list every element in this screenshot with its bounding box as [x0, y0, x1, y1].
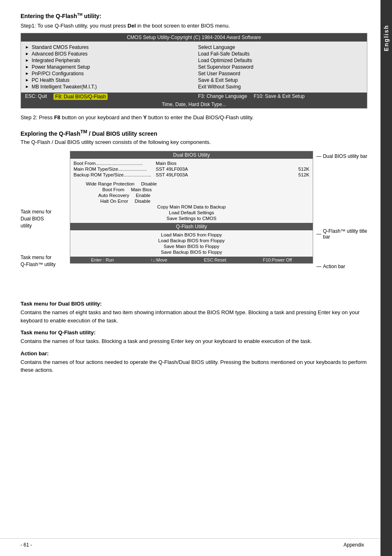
task-dual-title: Task menu for Dual BIOS utility:	[21, 301, 367, 307]
diagram-left-labels: Task menu for Dual BIOS utility Task men…	[21, 151, 70, 292]
section2-title: Exploring the Q-FlashTM / Dual BIOS util…	[21, 129, 367, 137]
action-move: ↑↓:Move	[150, 257, 167, 262]
right-label-action-bar: Action bar	[316, 264, 367, 269]
bios-arrow-icon: ►	[25, 45, 29, 49]
bios-right-item: Set User Password	[198, 70, 363, 77]
bios-arrow-icon: ►	[25, 58, 29, 63]
boot-from-row: Boot From...............................…	[74, 160, 309, 166]
footer-page-number: - 61 -	[21, 542, 32, 548]
side-tab-label: English	[383, 25, 390, 51]
bios-menu-item: ► MB Intelligent Tweaker(M.I.T.)	[25, 83, 190, 90]
action-bar-title: Action bar:	[21, 350, 367, 357]
bios-menu-item: ► PnP/PCI Configurations	[25, 70, 190, 77]
save-settings-row: Save Settings to CMOS	[74, 215, 309, 221]
load-default-settings-row: Load Default Settings	[74, 210, 309, 215]
bios-right-item: Select Language	[198, 44, 363, 51]
bios-arrow-icon: ►	[25, 51, 29, 56]
section1-title: Entering the Q-FlashTM utility:	[21, 12, 367, 19]
bios-right-item: Save & Exit Setup	[198, 77, 363, 83]
bios-bottom-bar: ESC: Quit F8: Dual BIOS/Q-Flash F3: Chan…	[21, 93, 367, 101]
bios-arrow-icon: ►	[25, 84, 29, 89]
bios-setup-box: CMOS Setup Utility-Copyright (C) 1984-20…	[21, 33, 367, 109]
bios-left-col: ► Standard CMOS Features ► Advanced BIOS…	[25, 44, 190, 90]
bios-arrow-icon: ►	[25, 71, 29, 76]
bios-menu-item: ► Power Management Setup	[25, 64, 190, 70]
action-f10: F10:Power Off	[263, 257, 292, 262]
bios-menu-item: ► PC Health Status	[25, 77, 190, 83]
bios-arrow-icon: ►	[25, 78, 29, 82]
step1-text: Step1: To use Q-Flash utility, you must …	[21, 23, 367, 29]
bios-menu-item: ► Integrated Peripherals	[25, 57, 190, 64]
bios-right-item: Exit Without Saving	[198, 83, 363, 90]
bios-right-col: Select Language Load Fail-Safe Defaults …	[198, 44, 363, 90]
bios-right-item: Load Fail-Safe Defaults	[198, 51, 363, 57]
task-dual-text: Contains the names of eight tasks and tw…	[21, 308, 367, 324]
bios-time-bar: Time, Date, Hard Disk Type...	[21, 101, 367, 108]
bios-right-item: Set Supervisor Password	[198, 64, 363, 70]
diagram-box: Dual BIOS Utility Boot From.............…	[70, 151, 313, 264]
bios-esc-quit: ESC: Quit	[25, 93, 47, 100]
bios-f8-highlight: F8: Dual BIOS/Q-Flash	[53, 93, 107, 100]
action-bar-text: Contains the names of four actions neede…	[21, 358, 367, 374]
footer-label: Appendix	[344, 542, 364, 548]
dual-bios-body: Boot From...............................…	[70, 159, 313, 223]
bios-right-item: Load Optimized Defaults	[198, 57, 363, 64]
bios-f3: F3: Change Language	[198, 93, 247, 100]
section2-intro: The Q-Flash / Dual BIOS utility screen c…	[21, 139, 367, 145]
right-label-qflash-title: Q-Flash™ utility titlebar	[316, 228, 367, 240]
qflash-title-bar: Q-Flash Utility	[70, 223, 313, 230]
bios-title-bar: CMOS Setup Utility-Copyright (C) 1984-20…	[21, 33, 367, 42]
diagram-right-labels: Dual BIOS utility bar Q-Flash™ utility t…	[313, 151, 367, 269]
load-backup-bios-row: Load Backup BIOS from Floppy	[74, 238, 309, 243]
dual-bios-title-bar: Dual BIOS Utility	[70, 151, 313, 159]
right-label-dual-bar: Dual BIOS utility bar	[316, 153, 367, 159]
halt-on-error-row: Halt On Error Disable	[74, 198, 309, 204]
step2-text: Step 2: Press F8 button on your keyboard…	[21, 114, 367, 120]
main-rom-row: Main ROM Type/Size......................…	[74, 166, 309, 172]
action-enter: Enter : Run	[91, 257, 114, 262]
wide-range-row: Wide Range Protection Disable	[74, 181, 309, 187]
bios-menu-item: ► Standard CMOS Features	[25, 44, 190, 51]
load-main-bios-row: Load Main BIOS from Floppy	[74, 232, 309, 238]
diagram-container: Task menu for Dual BIOS utility Task men…	[21, 151, 367, 292]
qflash-body: Load Main BIOS from Floppy Load Backup B…	[70, 230, 313, 257]
copy-main-rom-row: Copy Main ROM Data to Backup	[74, 204, 309, 210]
bios-arrow-icon: ►	[25, 65, 29, 69]
side-tab: English	[380, 0, 392, 556]
boot-from-row2: Boot From Main Bios	[74, 187, 309, 192]
action-bar: Enter : Run ↑↓:Move ESC:Reset F10:Power …	[70, 257, 313, 263]
bios-f10: F10: Save & Exit Setup	[254, 93, 304, 100]
task-qflash-text: Contains the names of four tasks. Blocki…	[21, 337, 367, 345]
action-esc: ESC:Reset	[204, 257, 226, 262]
left-label-qflash: Task menu for Q-Flash™ utility	[21, 254, 70, 268]
bios-menu-area: ► Standard CMOS Features ► Advanced BIOS…	[21, 42, 367, 93]
save-main-bios-row: Save Main BIOS to Floppy	[74, 243, 309, 249]
auto-recovery-row: Auto Recovery Enable	[74, 192, 309, 198]
backup-rom-row: Backup ROM Type/Size....................…	[74, 172, 309, 178]
bios-menu-item: ► Advanced BIOS Features	[25, 51, 190, 57]
page-footer: - 61 - Appendix	[0, 538, 380, 548]
task-qflash-title: Task menu for Q-Flash utility:	[21, 329, 367, 336]
left-label-dual: Task menu for Dual BIOS utility	[21, 208, 70, 229]
save-backup-bios-row: Save Backup BIOS to Floppy	[74, 249, 309, 255]
